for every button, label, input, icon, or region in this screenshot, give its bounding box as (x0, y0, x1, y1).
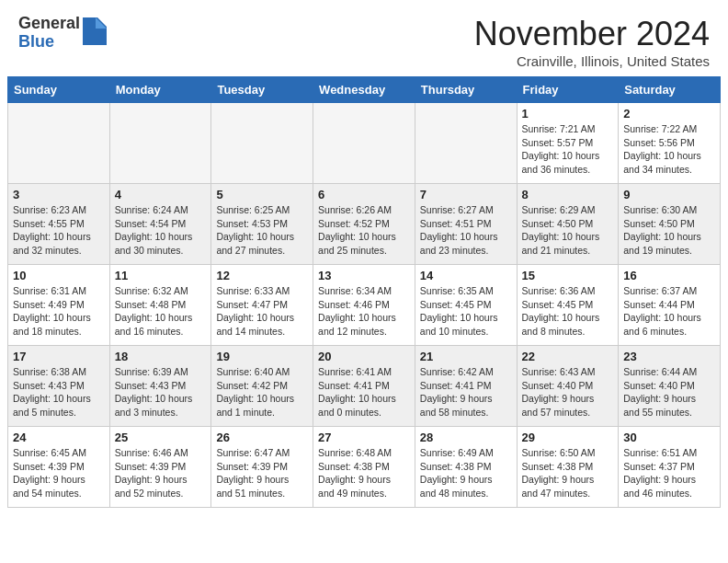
day-number: 18 (115, 350, 207, 363)
day-info: Sunrise: 6:24 AM Sunset: 4:54 PM Dayligh… (115, 203, 207, 258)
calendar-day-cell: 19Sunrise: 6:40 AM Sunset: 4:42 PM Dayli… (211, 346, 313, 427)
calendar-day-cell: 16Sunrise: 6:37 AM Sunset: 4:44 PM Dayli… (619, 265, 721, 346)
day-number: 23 (623, 350, 715, 363)
day-info: Sunrise: 6:38 AM Sunset: 4:43 PM Dayligh… (13, 365, 105, 419)
calendar-day-cell: 20Sunrise: 6:41 AM Sunset: 4:41 PM Dayli… (313, 346, 415, 427)
day-info: Sunrise: 6:23 AM Sunset: 4:55 PM Dayligh… (13, 203, 105, 258)
day-number: 14 (420, 269, 512, 282)
day-number: 22 (522, 350, 614, 363)
calendar-day-cell: 14Sunrise: 6:35 AM Sunset: 4:45 PM Dayli… (415, 265, 517, 346)
calendar-week-row: 1Sunrise: 7:21 AM Sunset: 5:57 PM Daylig… (8, 103, 721, 184)
day-info: Sunrise: 6:41 AM Sunset: 4:41 PM Dayligh… (318, 365, 410, 419)
day-info: Sunrise: 6:32 AM Sunset: 4:48 PM Dayligh… (115, 284, 207, 339)
day-number: 29 (522, 431, 614, 444)
calendar-day-cell (415, 103, 517, 184)
calendar-day-cell: 4Sunrise: 6:24 AM Sunset: 4:54 PM Daylig… (109, 184, 211, 265)
day-info: Sunrise: 6:37 AM Sunset: 4:44 PM Dayligh… (623, 284, 715, 339)
calendar-week-row: 3Sunrise: 6:23 AM Sunset: 4:55 PM Daylig… (8, 184, 721, 265)
day-info: Sunrise: 6:42 AM Sunset: 4:41 PM Dayligh… (420, 365, 512, 419)
calendar-day-cell: 6Sunrise: 6:26 AM Sunset: 4:52 PM Daylig… (313, 184, 415, 265)
calendar-day-cell (109, 103, 211, 184)
day-number: 20 (318, 350, 410, 363)
calendar-day-cell (211, 103, 313, 184)
day-info: Sunrise: 7:21 AM Sunset: 5:57 PM Dayligh… (522, 122, 614, 177)
day-header-tuesday: Tuesday (211, 77, 313, 103)
calendar-day-cell: 28Sunrise: 6:49 AM Sunset: 4:38 PM Dayli… (415, 427, 517, 508)
location: Crainville, Illinois, United States (474, 53, 710, 69)
calendar-day-cell: 30Sunrise: 6:51 AM Sunset: 4:37 PM Dayli… (619, 427, 721, 508)
day-number: 27 (318, 431, 410, 444)
day-number: 10 (13, 269, 105, 282)
day-number: 19 (216, 350, 308, 363)
day-number: 8 (522, 188, 614, 201)
calendar-day-cell: 3Sunrise: 6:23 AM Sunset: 4:55 PM Daylig… (8, 184, 110, 265)
day-number: 26 (216, 431, 308, 444)
header: General Blue November 2024 Crainville, I… (0, 0, 728, 76)
calendar-day-cell (8, 103, 110, 184)
day-number: 12 (216, 269, 308, 282)
calendar-wrapper: SundayMondayTuesdayWednesdayThursdayFrid… (0, 76, 728, 515)
day-number: 21 (420, 350, 512, 363)
day-info: Sunrise: 6:27 AM Sunset: 4:51 PM Dayligh… (420, 203, 512, 258)
day-number: 1 (522, 107, 614, 121)
day-number: 11 (115, 269, 207, 282)
day-info: Sunrise: 6:44 AM Sunset: 4:40 PM Dayligh… (623, 365, 715, 419)
day-header-sunday: Sunday (8, 77, 110, 103)
day-info: Sunrise: 6:33 AM Sunset: 4:47 PM Dayligh… (216, 284, 308, 339)
calendar-day-cell: 15Sunrise: 6:36 AM Sunset: 4:45 PM Dayli… (517, 265, 619, 346)
day-number: 16 (623, 269, 715, 282)
day-number: 13 (318, 269, 410, 282)
calendar-table: SundayMondayTuesdayWednesdayThursdayFrid… (7, 76, 721, 508)
day-number: 24 (13, 431, 105, 444)
day-info: Sunrise: 6:26 AM Sunset: 4:52 PM Dayligh… (318, 203, 410, 258)
day-info: Sunrise: 6:46 AM Sunset: 4:39 PM Dayligh… (115, 446, 207, 500)
day-info: Sunrise: 6:36 AM Sunset: 4:45 PM Dayligh… (522, 284, 614, 339)
calendar-day-cell: 8Sunrise: 6:29 AM Sunset: 4:50 PM Daylig… (517, 184, 619, 265)
calendar-day-cell: 1Sunrise: 7:21 AM Sunset: 5:57 PM Daylig… (517, 103, 619, 184)
day-number: 17 (13, 350, 105, 363)
calendar-day-cell: 13Sunrise: 6:34 AM Sunset: 4:46 PM Dayli… (313, 265, 415, 346)
calendar-day-cell: 7Sunrise: 6:27 AM Sunset: 4:51 PM Daylig… (415, 184, 517, 265)
day-info: Sunrise: 6:30 AM Sunset: 4:50 PM Dayligh… (623, 203, 715, 258)
calendar-day-cell: 18Sunrise: 6:39 AM Sunset: 4:43 PM Dayli… (109, 346, 211, 427)
day-info: Sunrise: 6:25 AM Sunset: 4:53 PM Dayligh… (216, 203, 308, 258)
day-number: 5 (216, 188, 308, 201)
calendar-week-row: 10Sunrise: 6:31 AM Sunset: 4:49 PM Dayli… (8, 265, 721, 346)
day-number: 2 (623, 107, 715, 121)
month-title: November 2024 (474, 15, 710, 53)
day-info: Sunrise: 7:22 AM Sunset: 5:56 PM Dayligh… (623, 122, 715, 177)
day-header-wednesday: Wednesday (313, 77, 415, 103)
calendar-day-cell: 11Sunrise: 6:32 AM Sunset: 4:48 PM Dayli… (109, 265, 211, 346)
day-info: Sunrise: 6:45 AM Sunset: 4:39 PM Dayligh… (13, 446, 105, 500)
day-number: 6 (318, 188, 410, 201)
calendar-day-cell: 29Sunrise: 6:50 AM Sunset: 4:38 PM Dayli… (517, 427, 619, 508)
calendar-day-cell: 22Sunrise: 6:43 AM Sunset: 4:40 PM Dayli… (517, 346, 619, 427)
day-number: 3 (13, 188, 105, 201)
calendar-day-cell: 10Sunrise: 6:31 AM Sunset: 4:49 PM Dayli… (8, 265, 110, 346)
calendar-day-cell: 24Sunrise: 6:45 AM Sunset: 4:39 PM Dayli… (8, 427, 110, 508)
calendar-day-cell: 23Sunrise: 6:44 AM Sunset: 4:40 PM Dayli… (619, 346, 721, 427)
calendar-day-cell: 2Sunrise: 7:22 AM Sunset: 5:56 PM Daylig… (619, 103, 721, 184)
calendar-day-cell: 12Sunrise: 6:33 AM Sunset: 4:47 PM Dayli… (211, 265, 313, 346)
calendar-day-cell: 27Sunrise: 6:48 AM Sunset: 4:38 PM Dayli… (313, 427, 415, 508)
logo-icon (83, 17, 107, 45)
day-info: Sunrise: 6:29 AM Sunset: 4:50 PM Dayligh… (522, 203, 614, 258)
calendar-day-cell: 9Sunrise: 6:30 AM Sunset: 4:50 PM Daylig… (619, 184, 721, 265)
day-header-friday: Friday (517, 77, 619, 103)
day-number: 15 (522, 269, 614, 282)
day-info: Sunrise: 6:51 AM Sunset: 4:37 PM Dayligh… (623, 446, 715, 500)
calendar-day-cell (313, 103, 415, 184)
day-number: 28 (420, 431, 512, 444)
day-header-monday: Monday (109, 77, 211, 103)
calendar-week-row: 24Sunrise: 6:45 AM Sunset: 4:39 PM Dayli… (8, 427, 721, 508)
svg-marker-0 (83, 17, 107, 45)
calendar-day-cell: 21Sunrise: 6:42 AM Sunset: 4:41 PM Dayli… (415, 346, 517, 427)
day-info: Sunrise: 6:48 AM Sunset: 4:38 PM Dayligh… (318, 446, 410, 500)
day-info: Sunrise: 6:49 AM Sunset: 4:38 PM Dayligh… (420, 446, 512, 500)
day-info: Sunrise: 6:40 AM Sunset: 4:42 PM Dayligh… (216, 365, 308, 419)
calendar-day-cell: 5Sunrise: 6:25 AM Sunset: 4:53 PM Daylig… (211, 184, 313, 265)
day-number: 7 (420, 188, 512, 201)
day-info: Sunrise: 6:39 AM Sunset: 4:43 PM Dayligh… (115, 365, 207, 419)
logo-general: General (18, 15, 80, 33)
day-info: Sunrise: 6:35 AM Sunset: 4:45 PM Dayligh… (420, 284, 512, 339)
